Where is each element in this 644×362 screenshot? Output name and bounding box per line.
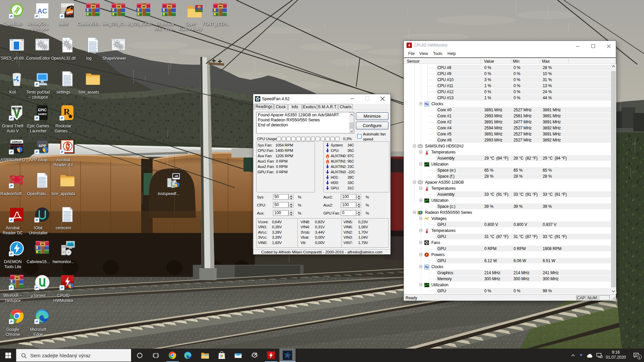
svg-text:ASRock: ASRock [12,140,22,143]
svg-text:R: R [64,107,70,117]
svg-text:AC: AC [38,7,47,15]
svg-text:GAMES: GAMES [38,113,47,115]
svg-text:EPIC: EPIC [38,108,47,112]
svg-text:FIVE: FIVE [15,107,19,109]
